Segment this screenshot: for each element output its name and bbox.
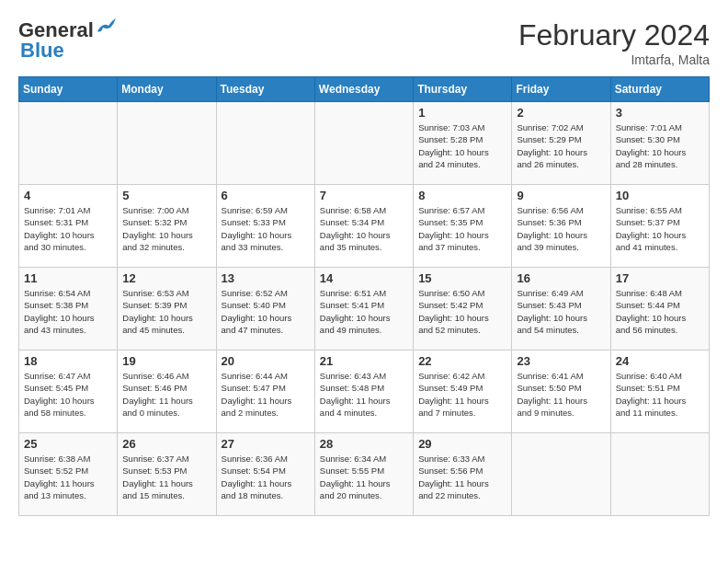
day-number: 8 xyxy=(418,189,506,202)
day-info: Sunrise: 6:48 AM Sunset: 5:44 PM Dayligh… xyxy=(616,287,704,336)
month-title: February 2024 xyxy=(518,18,710,52)
weekday-header-saturday: Saturday xyxy=(610,77,709,102)
day-number: 24 xyxy=(616,354,704,368)
day-cell: 9Sunrise: 6:56 AM Sunset: 5:36 PM Daylig… xyxy=(512,185,610,268)
day-info: Sunrise: 6:43 AM Sunset: 5:48 PM Dayligh… xyxy=(320,370,408,419)
day-number: 27 xyxy=(222,437,310,451)
day-number: 22 xyxy=(418,354,506,368)
header-row: SundayMondayTuesdayWednesdayThursdayFrid… xyxy=(19,77,710,102)
day-info: Sunrise: 6:59 AM Sunset: 5:33 PM Dayligh… xyxy=(222,204,310,253)
day-info: Sunrise: 7:01 AM Sunset: 5:31 PM Dayligh… xyxy=(24,204,112,253)
day-number: 18 xyxy=(24,354,112,368)
day-number: 28 xyxy=(320,437,408,451)
logo: General Blue xyxy=(18,18,116,63)
day-number: 15 xyxy=(418,271,506,285)
day-cell: 8Sunrise: 6:57 AM Sunset: 5:35 PM Daylig… xyxy=(414,185,512,268)
day-cell xyxy=(610,433,709,516)
day-cell: 14Sunrise: 6:51 AM Sunset: 5:41 PM Dayli… xyxy=(314,268,413,350)
day-cell: 23Sunrise: 6:41 AM Sunset: 5:50 PM Dayli… xyxy=(512,350,610,433)
day-cell: 12Sunrise: 6:53 AM Sunset: 5:39 PM Dayli… xyxy=(118,268,216,350)
day-info: Sunrise: 6:55 AM Sunset: 5:37 PM Dayligh… xyxy=(616,204,704,253)
day-info: Sunrise: 6:52 AM Sunset: 5:40 PM Dayligh… xyxy=(222,287,310,336)
weekday-header-friday: Friday xyxy=(512,77,610,102)
subtitle: Imtarfa, Malta xyxy=(518,52,710,67)
day-cell xyxy=(216,102,314,185)
day-number: 17 xyxy=(616,271,704,285)
day-info: Sunrise: 6:36 AM Sunset: 5:54 PM Dayligh… xyxy=(222,453,310,501)
day-cell: 22Sunrise: 6:42 AM Sunset: 5:49 PM Dayli… xyxy=(414,350,512,433)
day-number: 6 xyxy=(222,189,310,202)
day-info: Sunrise: 6:53 AM Sunset: 5:39 PM Dayligh… xyxy=(122,287,210,336)
weekday-header-sunday: Sunday xyxy=(19,77,118,102)
day-number: 19 xyxy=(122,354,210,368)
day-number: 21 xyxy=(320,354,408,368)
day-cell xyxy=(118,102,216,185)
day-cell: 7Sunrise: 6:58 AM Sunset: 5:34 PM Daylig… xyxy=(314,185,413,268)
day-number: 5 xyxy=(122,189,210,202)
day-cell: 19Sunrise: 6:46 AM Sunset: 5:46 PM Dayli… xyxy=(118,350,216,433)
weekday-header-thursday: Thursday xyxy=(414,77,512,102)
day-cell: 1Sunrise: 7:03 AM Sunset: 5:28 PM Daylig… xyxy=(414,102,512,185)
day-cell: 18Sunrise: 6:47 AM Sunset: 5:45 PM Dayli… xyxy=(19,350,118,433)
day-cell: 2Sunrise: 7:02 AM Sunset: 5:29 PM Daylig… xyxy=(512,102,610,185)
calendar-table: SundayMondayTuesdayWednesdayThursdayFrid… xyxy=(18,76,710,516)
weekday-header-tuesday: Tuesday xyxy=(216,77,314,102)
day-cell: 4Sunrise: 7:01 AM Sunset: 5:31 PM Daylig… xyxy=(19,185,118,268)
week-row-3: 11Sunrise: 6:54 AM Sunset: 5:38 PM Dayli… xyxy=(19,268,710,350)
day-cell: 10Sunrise: 6:55 AM Sunset: 5:37 PM Dayli… xyxy=(610,185,709,268)
day-number: 23 xyxy=(517,354,605,368)
day-info: Sunrise: 6:56 AM Sunset: 5:36 PM Dayligh… xyxy=(517,204,605,253)
day-number: 25 xyxy=(24,437,112,451)
logo-bird-icon xyxy=(96,18,116,35)
day-cell: 5Sunrise: 7:00 AM Sunset: 5:32 PM Daylig… xyxy=(118,185,216,268)
day-cell: 27Sunrise: 6:36 AM Sunset: 5:54 PM Dayli… xyxy=(216,433,314,516)
page-header: General Blue February 2024 Imtarfa, Malt… xyxy=(18,18,710,67)
day-cell: 6Sunrise: 6:59 AM Sunset: 5:33 PM Daylig… xyxy=(216,185,314,268)
day-number: 26 xyxy=(122,437,210,451)
day-cell: 29Sunrise: 6:33 AM Sunset: 5:56 PM Dayli… xyxy=(414,433,512,516)
day-info: Sunrise: 7:00 AM Sunset: 5:32 PM Dayligh… xyxy=(122,204,210,253)
day-info: Sunrise: 6:33 AM Sunset: 5:56 PM Dayligh… xyxy=(418,453,506,501)
week-row-2: 4Sunrise: 7:01 AM Sunset: 5:31 PM Daylig… xyxy=(19,185,710,268)
day-number: 7 xyxy=(320,189,408,202)
day-cell: 11Sunrise: 6:54 AM Sunset: 5:38 PM Dayli… xyxy=(19,268,118,350)
day-info: Sunrise: 6:34 AM Sunset: 5:55 PM Dayligh… xyxy=(320,453,408,501)
day-info: Sunrise: 6:40 AM Sunset: 5:51 PM Dayligh… xyxy=(616,370,704,419)
day-info: Sunrise: 6:46 AM Sunset: 5:46 PM Dayligh… xyxy=(122,370,210,419)
day-cell xyxy=(512,433,610,516)
day-info: Sunrise: 6:49 AM Sunset: 5:43 PM Dayligh… xyxy=(517,287,605,336)
day-cell: 17Sunrise: 6:48 AM Sunset: 5:44 PM Dayli… xyxy=(610,268,709,350)
day-cell xyxy=(314,102,413,185)
day-cell: 13Sunrise: 6:52 AM Sunset: 5:40 PM Dayli… xyxy=(216,268,314,350)
day-info: Sunrise: 7:01 AM Sunset: 5:30 PM Dayligh… xyxy=(616,121,704,170)
day-number: 16 xyxy=(517,271,605,285)
day-number: 10 xyxy=(616,189,704,202)
day-number: 20 xyxy=(222,354,310,368)
day-number: 1 xyxy=(418,106,506,120)
day-number: 3 xyxy=(616,106,704,120)
title-area: February 2024 Imtarfa, Malta xyxy=(518,18,710,67)
day-info: Sunrise: 6:51 AM Sunset: 5:41 PM Dayligh… xyxy=(320,287,408,336)
weekday-header-wednesday: Wednesday xyxy=(314,77,413,102)
day-cell: 26Sunrise: 6:37 AM Sunset: 5:53 PM Dayli… xyxy=(118,433,216,516)
week-row-4: 18Sunrise: 6:47 AM Sunset: 5:45 PM Dayli… xyxy=(19,350,710,433)
day-cell: 28Sunrise: 6:34 AM Sunset: 5:55 PM Dayli… xyxy=(314,433,413,516)
day-number: 9 xyxy=(517,189,605,202)
logo-blue: Blue xyxy=(20,39,64,63)
day-info: Sunrise: 6:38 AM Sunset: 5:52 PM Dayligh… xyxy=(24,453,112,501)
day-cell xyxy=(19,102,118,185)
day-info: Sunrise: 6:37 AM Sunset: 5:53 PM Dayligh… xyxy=(122,453,210,501)
week-row-1: 1Sunrise: 7:03 AM Sunset: 5:28 PM Daylig… xyxy=(19,102,710,185)
day-cell: 21Sunrise: 6:43 AM Sunset: 5:48 PM Dayli… xyxy=(314,350,413,433)
day-info: Sunrise: 7:03 AM Sunset: 5:28 PM Dayligh… xyxy=(418,121,506,170)
day-info: Sunrise: 6:41 AM Sunset: 5:50 PM Dayligh… xyxy=(517,370,605,419)
day-number: 14 xyxy=(320,271,408,285)
day-info: Sunrise: 6:50 AM Sunset: 5:42 PM Dayligh… xyxy=(418,287,506,336)
day-info: Sunrise: 6:47 AM Sunset: 5:45 PM Dayligh… xyxy=(24,370,112,419)
day-info: Sunrise: 6:57 AM Sunset: 5:35 PM Dayligh… xyxy=(418,204,506,253)
day-info: Sunrise: 6:58 AM Sunset: 5:34 PM Dayligh… xyxy=(320,204,408,253)
day-cell: 15Sunrise: 6:50 AM Sunset: 5:42 PM Dayli… xyxy=(414,268,512,350)
day-number: 2 xyxy=(517,106,605,120)
day-number: 29 xyxy=(418,437,506,451)
day-cell: 24Sunrise: 6:40 AM Sunset: 5:51 PM Dayli… xyxy=(610,350,709,433)
